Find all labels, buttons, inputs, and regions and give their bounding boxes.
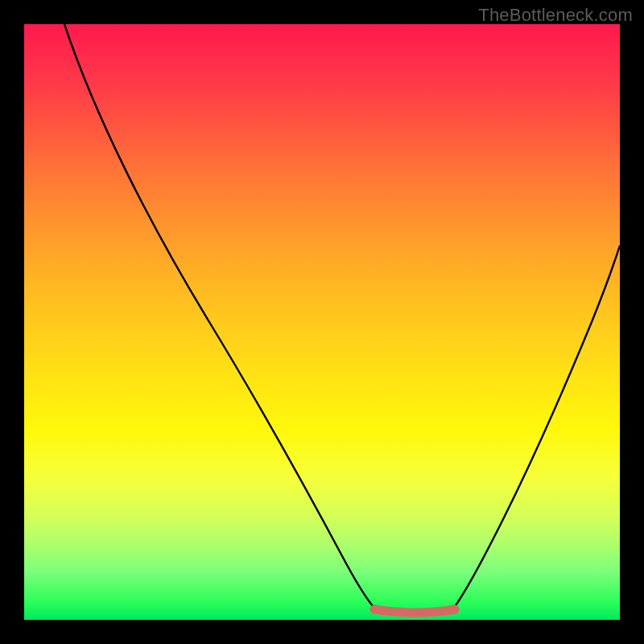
valley-band bbox=[374, 609, 455, 613]
valley-band-end-right bbox=[450, 605, 458, 613]
curve-layer bbox=[24, 24, 620, 620]
chart-frame: TheBottleneck.com bbox=[0, 0, 644, 644]
curve-left-branch bbox=[64, 24, 378, 612]
curve-right-branch bbox=[451, 246, 620, 612]
plot-area bbox=[24, 24, 620, 620]
watermark-text: TheBottleneck.com bbox=[478, 5, 633, 26]
valley-band-end-left bbox=[371, 605, 379, 613]
